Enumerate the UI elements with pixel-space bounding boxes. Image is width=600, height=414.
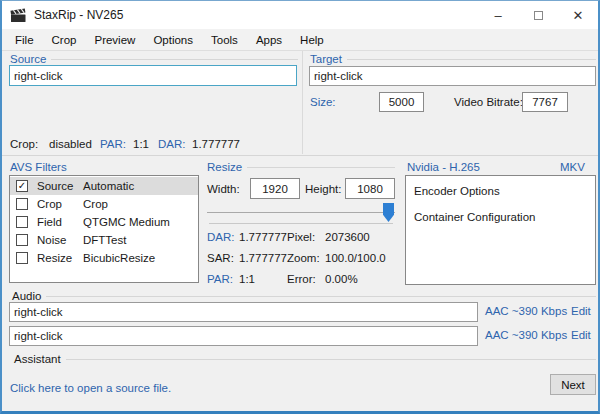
audio-group-line <box>46 296 596 297</box>
filter-value: DFTTest <box>83 234 126 246</box>
filter-value: BicubicResize <box>83 252 155 264</box>
dar-value[interactable]: 1.777777 <box>192 138 240 150</box>
menu-apps[interactable]: Apps <box>247 29 291 51</box>
par-label: PAR: <box>100 138 126 150</box>
encoder-label[interactable]: Nvidia - H.265 <box>407 161 480 173</box>
filter-name: Source <box>37 180 81 192</box>
avs-filters-label: AVS Filters <box>10 161 67 173</box>
filter-row-field[interactable]: Field QTGMC Medium <box>10 213 198 231</box>
target-input[interactable] <box>309 66 596 86</box>
minimize-icon[interactable]: – <box>478 1 518 29</box>
audio-track2-edit-link[interactable]: Edit <box>571 329 591 341</box>
width-label: Width: <box>207 183 240 195</box>
checkbox-unchecked-icon[interactable] <box>16 198 28 210</box>
checkbox-unchecked-icon[interactable] <box>16 252 28 264</box>
resize-dar-value: 1.777777 <box>239 231 287 243</box>
resize-group-header: Resize <box>207 161 395 173</box>
par-value[interactable]: 1:1 <box>133 138 149 150</box>
filter-name: Field <box>37 216 81 228</box>
menu-options[interactable]: Options <box>144 29 202 51</box>
video-bitrate-label: Video Bitrate: <box>454 96 523 108</box>
audio-track1-input[interactable] <box>9 302 478 322</box>
menu-help[interactable]: Help <box>291 29 333 51</box>
resize-zoom-value: 100.0/100.0 <box>325 252 386 264</box>
resize-pixel-label: Pixel: <box>287 231 315 243</box>
size-input[interactable] <box>379 92 424 112</box>
dar-label: DAR: <box>158 138 185 150</box>
filter-value: Crop <box>83 198 108 210</box>
resize-pixel-value: 2073600 <box>325 231 370 243</box>
title-bar: StaxRip - NV265 – ✕ <box>2 1 598 29</box>
assistant-group-line <box>66 359 596 360</box>
checkbox-unchecked-icon[interactable] <box>16 216 28 228</box>
resize-sar-value: 1.777777 <box>239 252 287 264</box>
window-title: StaxRip - NV265 <box>34 8 123 22</box>
target-label: Target <box>310 53 342 65</box>
height-label: Height: <box>305 183 341 195</box>
filter-value: Automatic <box>83 180 134 192</box>
avs-filters-listbox: ✓ Source Automatic Crop Crop Field QTGMC… <box>9 175 199 283</box>
source-label: Source <box>10 53 46 65</box>
checkbox-unchecked-icon[interactable] <box>16 234 28 246</box>
menu-preview[interactable]: Preview <box>85 29 144 51</box>
top-section-divider <box>2 155 598 156</box>
container-format-label[interactable]: MKV <box>560 161 585 173</box>
slider-thumb[interactable] <box>383 203 394 222</box>
audio-label: Audio <box>12 290 41 302</box>
menu-crop[interactable]: Crop <box>43 29 86 51</box>
clapperboard-icon <box>10 8 27 23</box>
close-icon[interactable]: ✕ <box>558 1 598 29</box>
filter-name: Noise <box>37 234 81 246</box>
source-group-line <box>51 59 298 60</box>
resize-error-label: Error: <box>287 273 316 285</box>
menu-file[interactable]: File <box>6 29 43 51</box>
main-content: Source Target Size: Video Bitrate: Crop:… <box>2 51 598 411</box>
crop-status-value[interactable]: disabled <box>49 138 92 150</box>
resize-error-value: 0.00% <box>325 273 358 285</box>
source-input[interactable] <box>9 65 297 86</box>
resize-group-line <box>247 167 395 168</box>
video-bitrate-input[interactable] <box>522 92 568 112</box>
resize-separator <box>209 223 393 224</box>
size-label: Size: <box>310 96 336 108</box>
filter-name: Crop <box>37 198 81 210</box>
source-target-divider <box>302 51 303 154</box>
filter-row-resize[interactable]: Resize BicubicResize <box>10 249 198 267</box>
window-controls: – ✕ <box>478 1 598 29</box>
filter-row-crop[interactable]: Crop Crop <box>10 195 198 213</box>
resize-label: Resize <box>207 161 242 173</box>
assistant-group-header: Assistant <box>14 353 596 365</box>
encoder-options-item[interactable]: Encoder Options <box>414 185 587 197</box>
audio-track1-edit-link[interactable]: Edit <box>571 305 591 317</box>
resize-dar-label: DAR: <box>207 231 234 243</box>
maximize-icon[interactable] <box>518 1 558 29</box>
menu-bar: File Crop Preview Options Tools Apps Hel… <box>2 29 598 51</box>
staxrip-window: StaxRip - NV265 – ✕ File Crop Preview Op… <box>0 0 600 414</box>
filter-row-noise[interactable]: Noise DFTTest <box>10 231 198 249</box>
assistant-label: Assistant <box>14 353 61 365</box>
next-button[interactable]: Next <box>550 374 596 395</box>
audio-track2-input[interactable] <box>9 326 478 346</box>
audio-track1-codec[interactable]: AAC ~390 Kbps <box>485 305 567 317</box>
slider-track[interactable] <box>207 212 395 213</box>
filter-value: QTGMC Medium <box>83 216 170 228</box>
container-configuration-item[interactable]: Container Configuration <box>414 211 587 223</box>
crop-status-label: Crop: <box>10 138 38 150</box>
resize-slider[interactable] <box>207 203 395 223</box>
height-input[interactable] <box>345 178 395 199</box>
resize-par-value: 1:1 <box>239 273 255 285</box>
encoder-panel: Encoder Options Container Configuration <box>405 175 596 285</box>
target-group-line <box>347 59 596 60</box>
open-source-file-link[interactable]: Click here to open a source file. <box>10 382 171 394</box>
source-group-header: Source <box>10 53 298 65</box>
width-input[interactable] <box>250 178 300 199</box>
resize-par-label: PAR: <box>207 273 233 285</box>
resize-sar-label: SAR: <box>207 252 234 264</box>
menu-tools[interactable]: Tools <box>202 29 247 51</box>
filter-row-source[interactable]: ✓ Source Automatic <box>10 177 198 195</box>
target-group-header: Target <box>310 53 596 65</box>
audio-group-header: Audio <box>12 290 596 302</box>
resize-zoom-label: Zoom: <box>287 252 320 264</box>
audio-track2-codec[interactable]: AAC ~390 Kbps <box>485 329 567 341</box>
checkbox-checked-icon[interactable]: ✓ <box>16 180 28 192</box>
